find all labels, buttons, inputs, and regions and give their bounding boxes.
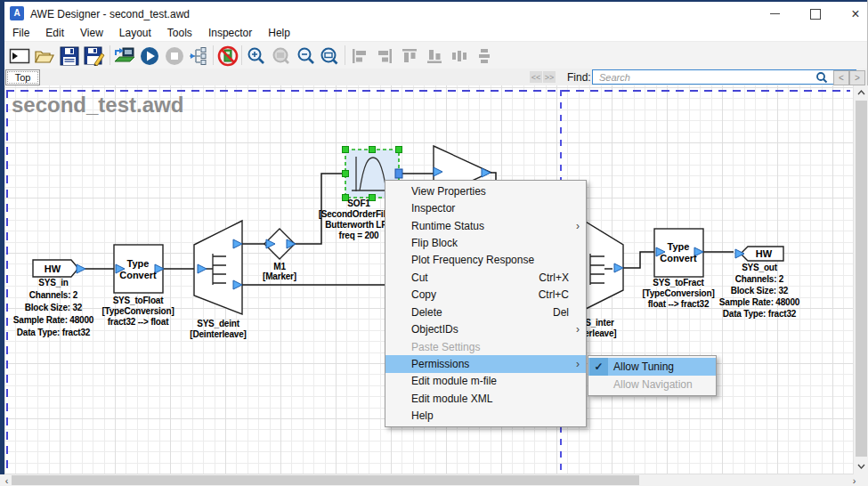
menu-item-inspector[interactable]: Inspector [385,199,586,216]
menu-item-plot-frequency-response[interactable]: Plot Frequency Response [385,252,586,269]
hw-out-label: Block Size: 32 [731,286,789,296]
marker-label: M1 [273,262,286,271]
hw-out-label: Data Type: fract32 [723,309,797,319]
menu-item-runtime-status[interactable]: Runtime Status› [385,217,586,234]
find-next-button[interactable]: > [849,70,865,85]
to-float-label: [TypeConversion] [101,306,174,316]
find-prev-button[interactable]: < [833,70,849,85]
align-top-icon[interactable] [398,45,421,67]
maximize-icon [810,9,821,20]
hw-in-label: SYS_in [38,278,68,288]
hw-in-label: Sample Rate: 48000 [13,315,94,325]
hw-in-title: HW [45,263,61,274]
sof-label: Butterworth LPF [325,220,392,230]
maximize-button[interactable] [799,4,831,23]
menu-item-help[interactable]: Help [385,407,586,424]
to-float-title1: Type [127,258,150,269]
shortcut: Del [553,306,578,319]
menu-item-objectids[interactable]: ObjectIDs› [385,320,586,337]
zoom-out-icon[interactable] [295,45,318,67]
save-as-icon[interactable] [83,45,106,67]
halt-hardware-icon[interactable] [216,45,239,67]
save-icon[interactable] [58,45,81,67]
run-icon[interactable] [138,45,161,67]
menu-layout[interactable]: Layout [111,27,159,39]
window-title: AWE Designer - second_test.awd [30,8,190,20]
to-fract-label: [TypeConversion] [642,288,714,298]
wire [623,252,655,268]
to-float-title2: Convert [119,270,157,280]
marker-label: [Marker] [263,271,296,281]
to-fract-label: float --> fract32 [648,299,710,309]
submenu-arrow-icon: › [576,358,580,370]
permissions-submenu: ✓Allow Tuning Allow Navigation [588,355,717,396]
menu-tools[interactable]: Tools [159,27,200,39]
deinterleave-label: SYS_deint [197,319,240,328]
new-layout-icon[interactable] [8,45,31,67]
submenu-item-allow-tuning[interactable]: ✓Allow Tuning [588,358,716,376]
menu-item-paste-settings: Paste Settings [385,338,586,355]
menu-item-flip-block[interactable]: Flip Block [385,234,586,251]
horizontal-scrollbar[interactable]: ‹ › [0,474,868,486]
menu-item-cut[interactable]: CutCtrl+X [385,269,586,286]
minimize-icon [770,13,780,14]
to-fract-title2: Convert [660,253,697,263]
menu-item-edit-module-m-file[interactable]: Edit module m-file [385,373,586,390]
checkmark-icon: ✓ [589,358,608,376]
to-float-label: SYS_toFloat [113,296,165,305]
menu-item-view-properties[interactable]: View Properties [385,182,586,199]
menu-file[interactable]: File [4,27,37,39]
find-forward-button[interactable]: >> [543,71,556,83]
find-back-button[interactable]: << [530,71,542,83]
menu-view[interactable]: View [72,27,111,39]
hw-out-label: Channels: 2 [735,274,784,284]
menu-item-edit-module-xml[interactable]: Edit module XML [385,390,586,407]
close-icon: × [851,6,859,22]
menu-item-delete[interactable]: DeleteDel [385,304,586,320]
menu-bar: File Edit View Layout Tools Inspector He… [4,25,867,41]
menu-help[interactable]: Help [260,27,298,39]
vertical-scrollbar[interactable] [853,85,868,474]
menu-item-permissions[interactable]: Permissions› [385,355,586,372]
menu-item-copy[interactable]: CopyCtrl+C [385,287,586,304]
stop-icon[interactable] [163,45,186,67]
hw-out-label: SYS_out [742,263,778,272]
sof-label: SOF1 [347,198,370,208]
align-bottom-icon[interactable] [423,45,446,67]
vertical-scroll-thumb[interactable] [856,101,867,457]
zoom-fit-icon[interactable] [318,45,341,67]
open-file-icon[interactable] [33,45,56,67]
shortcut: Ctrl+X [539,271,578,284]
minimize-button[interactable] [757,4,792,23]
tab-row: Top << >> Find: Search < > [4,69,867,85]
zoom-selection-icon[interactable] [270,45,293,67]
scroll-up-icon[interactable] [854,86,868,99]
submenu-item-allow-navigation: Allow Navigation [588,376,716,393]
hw-in-label: Data Type: fract32 [17,328,91,337]
scroll-right-icon[interactable]: › [848,474,860,486]
sof-output-port[interactable] [395,169,402,178]
find-label: Find: [567,71,591,84]
connect-target-icon[interactable] [113,45,136,67]
align-left-icon[interactable] [348,45,371,67]
deinterleave-label: [Deinterleave] [190,329,246,339]
hw-in-label: Block Size: 32 [25,303,83,312]
app-icon: A [10,6,24,20]
horizontal-scroll-thumb[interactable] [12,475,639,485]
align-right-icon[interactable] [373,45,396,67]
menu-inspector[interactable]: Inspector [200,27,260,39]
zoom-in-icon[interactable] [245,45,268,67]
menu-edit[interactable]: Edit [37,27,72,39]
propagate-icon[interactable] [186,45,209,67]
toolbar [4,41,867,69]
submenu-arrow-icon: › [576,323,580,336]
close-button[interactable]: × [840,4,868,23]
tab-top[interactable]: Top [5,69,40,85]
hw-in-label: Channels: 2 [29,290,78,300]
search-icon[interactable] [815,71,828,84]
hw-out-label: Sample Rate: 48000 [719,297,800,307]
distribute-vertical-icon[interactable] [473,45,496,67]
distribute-horizontal-icon[interactable] [448,45,471,67]
submenu-arrow-icon: › [576,220,580,232]
scroll-down-icon[interactable] [854,460,868,473]
